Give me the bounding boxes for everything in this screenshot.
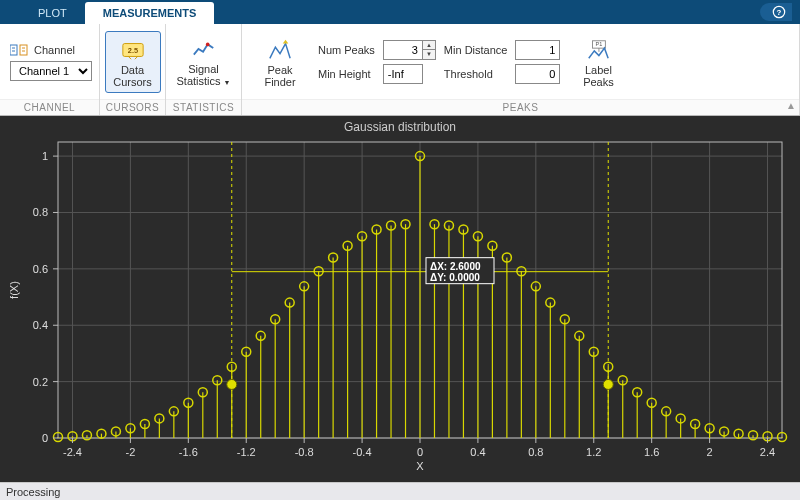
- svg-text:-2.4: -2.4: [63, 446, 82, 458]
- section-label-statistics: STATISTICS: [166, 99, 241, 115]
- label-peaks-button[interactable]: P1 Label Peaks: [570, 31, 626, 93]
- svg-marker-11: [283, 40, 289, 44]
- min-height-input[interactable]: [383, 64, 423, 84]
- num-peaks-label: Num Peaks: [318, 44, 375, 56]
- svg-point-180: [603, 379, 613, 389]
- chart-area[interactable]: Gaussian distribution -2.4-2-1.6-1.2-0.8…: [0, 116, 800, 482]
- svg-point-178: [227, 379, 237, 389]
- svg-text:-1.6: -1.6: [179, 446, 198, 458]
- label-peaks-icon: P1: [586, 39, 610, 61]
- peak-finder-button[interactable]: Peak Finder: [252, 31, 308, 93]
- tab-plot[interactable]: PLOT: [20, 2, 85, 24]
- svg-text:0.6: 0.6: [33, 263, 48, 275]
- tab-bar: PLOT MEASUREMENTS ?: [0, 0, 800, 24]
- svg-text:-0.8: -0.8: [295, 446, 314, 458]
- svg-point-10: [205, 43, 209, 47]
- svg-text:0.8: 0.8: [528, 446, 543, 458]
- svg-text:-1.2: -1.2: [237, 446, 256, 458]
- min-height-label: Min Height: [318, 68, 375, 80]
- svg-text:0: 0: [417, 446, 423, 458]
- collapse-toolstrip-icon[interactable]: ▲: [786, 100, 796, 111]
- svg-text:X: X: [416, 460, 424, 472]
- svg-text:2.4: 2.4: [760, 446, 775, 458]
- svg-text:2: 2: [707, 446, 713, 458]
- help-button[interactable]: ?: [760, 3, 792, 21]
- status-bar: Processing: [0, 482, 800, 500]
- svg-text:0.8: 0.8: [33, 206, 48, 218]
- svg-text:1.6: 1.6: [644, 446, 659, 458]
- section-label-peaks: PEAKS: [242, 99, 799, 115]
- channel-label: Channel: [34, 44, 75, 56]
- svg-text:0.2: 0.2: [33, 376, 48, 388]
- svg-text:0.4: 0.4: [33, 319, 48, 331]
- toolstrip: Channel Channel 1 CHANNEL 2.5 Data Curso…: [0, 24, 800, 116]
- num-peaks-input[interactable]: [383, 40, 423, 60]
- channel-icon: [10, 43, 28, 57]
- svg-rect-2: [10, 45, 17, 55]
- threshold-label: Threshold: [444, 68, 508, 80]
- svg-text:-0.4: -0.4: [353, 446, 372, 458]
- num-peaks-down[interactable]: ▼: [423, 50, 435, 59]
- svg-text:ΔX: 2.6000: ΔX: 2.6000: [430, 261, 481, 272]
- statistics-icon: [192, 38, 216, 60]
- section-label-channel: CHANNEL: [0, 99, 99, 115]
- svg-text:?: ?: [777, 8, 782, 17]
- svg-text:-2: -2: [126, 446, 136, 458]
- svg-text:f(X): f(X): [8, 281, 20, 299]
- svg-text:0.4: 0.4: [470, 446, 485, 458]
- svg-text:ΔY: 0.0000: ΔY: 0.0000: [430, 272, 480, 283]
- min-distance-label: Min Distance: [444, 44, 508, 56]
- chevron-down-icon: ▼: [224, 79, 231, 86]
- svg-text:0: 0: [42, 432, 48, 444]
- threshold-input[interactable]: [515, 64, 560, 84]
- num-peaks-up[interactable]: ▲: [423, 41, 435, 50]
- channel-select[interactable]: Channel 1: [10, 61, 92, 81]
- svg-rect-3: [20, 45, 27, 55]
- help-icon: ?: [772, 5, 786, 19]
- tab-measurements[interactable]: MEASUREMENTS: [85, 2, 215, 24]
- svg-text:1: 1: [42, 150, 48, 162]
- svg-text:2.5: 2.5: [127, 46, 137, 55]
- section-label-cursors: CURSORS: [100, 99, 165, 115]
- signal-statistics-button[interactable]: Signal Statistics ▼: [176, 31, 232, 93]
- svg-text:1.2: 1.2: [586, 446, 601, 458]
- peak-finder-icon: [268, 39, 292, 61]
- min-distance-input[interactable]: [515, 40, 560, 60]
- data-cursors-button[interactable]: 2.5 Data Cursors: [105, 31, 161, 93]
- svg-text:P1: P1: [596, 41, 603, 47]
- chart-title: Gaussian distribution: [0, 116, 800, 134]
- cursor-icon: 2.5: [121, 39, 145, 61]
